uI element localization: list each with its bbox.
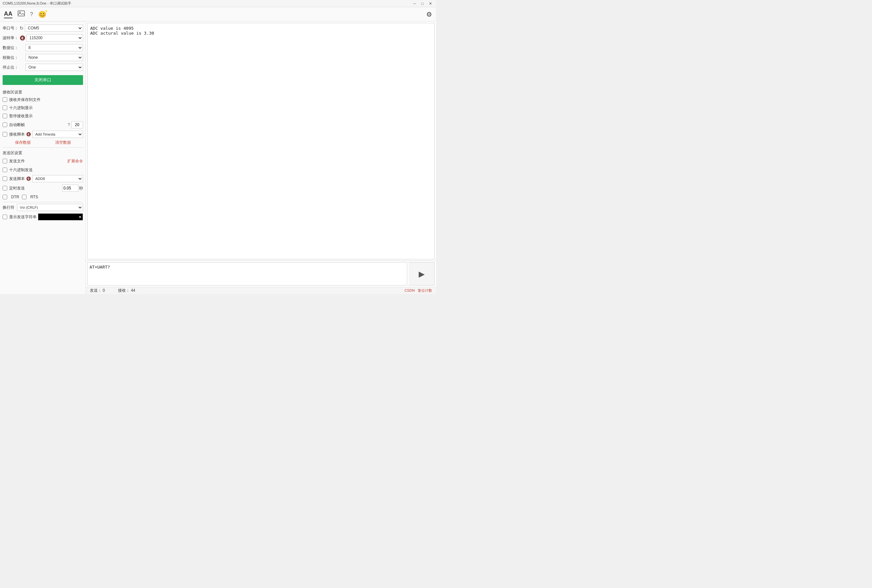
receive-section-header: 接收区设置 bbox=[3, 90, 83, 95]
pause-receive-label[interactable]: 暂停接收显示 bbox=[9, 113, 33, 119]
toolbar-left: AA ? 😊 ★ bbox=[4, 10, 47, 18]
show-send-row: 显示发送字符串 ▼ bbox=[3, 213, 83, 221]
csdn-label: CSDN bbox=[404, 288, 415, 292]
baud-select[interactable]: 115200 9600 19200 38400 57600 230400 bbox=[27, 34, 83, 42]
databits-select[interactable]: 8 5 6 7 bbox=[26, 44, 83, 51]
show-send-checkbox[interactable] bbox=[3, 214, 7, 219]
timer-send-row: 定时发送 秒 bbox=[3, 184, 83, 192]
parity-row: 校验位： None Odd Even Mark Space bbox=[3, 54, 83, 62]
rts-label[interactable]: RTS bbox=[30, 195, 38, 199]
newline-select[interactable]: \r\n (CRLF) \n (LF) \r (CR) None bbox=[17, 204, 83, 211]
stopbits-label: 停止位： bbox=[3, 64, 20, 70]
send-file-row: 发送文件 扩展命令 bbox=[3, 157, 83, 165]
dtr-rts-row: DTR RTS bbox=[3, 194, 83, 200]
newline-label: 换行符 bbox=[3, 205, 16, 210]
send-button[interactable]: ▶ bbox=[409, 262, 435, 285]
settings-icon[interactable]: ⚙ bbox=[426, 10, 432, 18]
auto-break-row: 自动断帧 ? bbox=[3, 121, 83, 129]
timer-send-label[interactable]: 定时发送 bbox=[9, 186, 62, 191]
save-file-label[interactable]: 接收并保存到文件 bbox=[9, 97, 41, 103]
emoji-star-badge: ★ bbox=[45, 9, 48, 13]
hex-display-label[interactable]: 十六进制显示 bbox=[9, 105, 33, 111]
pause-receive-row: 暂停接收显示 bbox=[3, 113, 83, 119]
receive-script-checkbox[interactable] bbox=[3, 132, 7, 136]
send-section-header: 发送区设置 bbox=[3, 150, 83, 156]
pause-receive-checkbox[interactable] bbox=[3, 114, 7, 118]
hex-send-label[interactable]: 十六进制发送 bbox=[9, 167, 33, 173]
send-script-checkbox[interactable] bbox=[3, 176, 7, 181]
receive-script-row: 接收脚本 🔇 Add Timesta None bbox=[3, 130, 83, 138]
maximize-button[interactable]: □ bbox=[420, 1, 425, 6]
title-bar: COM5,115200,None,8,One - 串口调试助手 ─ □ ✕ bbox=[0, 0, 436, 7]
timer-value-input[interactable] bbox=[62, 184, 78, 192]
timer-send-checkbox[interactable] bbox=[3, 186, 7, 190]
auto-break-input[interactable] bbox=[71, 121, 83, 128]
emoji-icon-container: 😊 ★ bbox=[38, 10, 47, 18]
image-icon[interactable] bbox=[18, 10, 25, 18]
newline-row: 换行符 \r\n (CRLF) \n (LF) \r (CR) None bbox=[3, 204, 83, 212]
status-left: 发送： 0 接收： 44 bbox=[90, 288, 135, 293]
send-script-row: 发送脚本 🔇 ADD8 None CRC16 bbox=[3, 175, 83, 183]
baud-row: 波特率： 🔇 115200 9600 19200 38400 57600 230… bbox=[3, 34, 83, 42]
hex-display-row: 十六进制显示 bbox=[3, 105, 83, 111]
copy-count-label[interactable]: 复位计数 bbox=[418, 288, 432, 292]
send-area-container: AT+UART? ▶ bbox=[86, 261, 436, 287]
dtr-checkbox[interactable] bbox=[3, 195, 7, 199]
databits-row: 数据位： 8 5 6 7 bbox=[3, 44, 83, 52]
font-underline bbox=[4, 18, 12, 18]
send-count-label: 发送： 0 bbox=[90, 288, 105, 293]
right-panel: ADC value is 4095 ADC actural value is 3… bbox=[86, 21, 436, 294]
receive-script-select[interactable]: Add Timesta None bbox=[32, 130, 83, 138]
save-file-checkbox[interactable] bbox=[3, 98, 7, 102]
receive-area[interactable]: ADC value is 4095 ADC actural value is 3… bbox=[87, 23, 435, 260]
expand-command-button[interactable]: 扩展命令 bbox=[67, 158, 83, 164]
hex-send-row: 十六进制发送 bbox=[3, 166, 83, 173]
window-controls: ─ □ ✕ bbox=[412, 1, 433, 6]
clear-data-button[interactable]: 清空数据 bbox=[55, 140, 71, 146]
close-button[interactable]: ✕ bbox=[427, 1, 433, 6]
send-file-checkbox[interactable] bbox=[3, 159, 7, 164]
font-size-icon[interactable]: AA bbox=[4, 10, 12, 17]
stopbits-select[interactable]: One Two OnePointFive bbox=[26, 64, 83, 71]
status-right: CSDN 复位计数 bbox=[404, 288, 432, 293]
receive-script-label[interactable]: 接收脚本 bbox=[9, 132, 25, 137]
send-arrow-icon: ▶ bbox=[419, 270, 425, 279]
port-select[interactable]: COM5 COM1 COM2 COM3 COM4 COM6 bbox=[25, 24, 83, 32]
question-icon[interactable]: ? bbox=[68, 123, 70, 127]
databits-label: 数据位： bbox=[3, 45, 20, 51]
color-swatch-arrow: ▼ bbox=[78, 215, 82, 219]
auto-break-label[interactable]: 自动断帧 bbox=[9, 122, 68, 128]
hex-send-checkbox[interactable] bbox=[3, 168, 7, 172]
close-port-button[interactable]: 关闭串口 bbox=[3, 75, 83, 85]
divider-2 bbox=[3, 202, 83, 202]
parity-label: 校验位： bbox=[3, 55, 20, 60]
minimize-button[interactable]: ─ bbox=[412, 1, 417, 6]
help-icon[interactable]: ? bbox=[30, 11, 33, 17]
hex-display-checkbox[interactable] bbox=[3, 105, 7, 110]
save-data-button[interactable]: 保存数据 bbox=[15, 140, 31, 146]
send-file-label[interactable]: 发送文件 bbox=[9, 158, 67, 164]
mute-icon-script[interactable]: 🔇 bbox=[26, 132, 31, 136]
toolbar: AA ? 😊 ★ ⚙ bbox=[0, 7, 436, 21]
svg-rect-0 bbox=[18, 11, 24, 16]
parity-select[interactable]: None Odd Even Mark Space bbox=[26, 54, 83, 61]
dtr-label[interactable]: DTR bbox=[11, 195, 19, 199]
send-textarea[interactable]: AT+UART? bbox=[87, 262, 407, 285]
refresh-icon[interactable]: ↻ bbox=[20, 26, 24, 31]
divider-1 bbox=[3, 147, 83, 148]
data-link-row: 保存数据 清空数据 bbox=[3, 140, 83, 146]
font-size-icon-container: AA bbox=[4, 10, 12, 18]
auto-break-checkbox[interactable] bbox=[3, 123, 7, 127]
main-layout: 串口号： ↻ COM5 COM1 COM2 COM3 COM4 COM6 波特率… bbox=[0, 21, 436, 294]
color-swatch-select[interactable]: ▼ bbox=[38, 213, 83, 220]
rts-checkbox[interactable] bbox=[22, 195, 27, 199]
show-send-label[interactable]: 显示发送字符串 bbox=[9, 214, 37, 220]
window-title: COM5,115200,None,8,One - 串口调试助手 bbox=[3, 1, 71, 6]
mute-icon-send-script[interactable]: 🔇 bbox=[26, 176, 31, 181]
receive-count-label: 接收： 44 bbox=[118, 288, 135, 293]
timer-unit-label: 秒 bbox=[79, 186, 83, 191]
send-script-select[interactable]: ADD8 None CRC16 bbox=[32, 175, 83, 182]
mute-icon-baud[interactable]: 🔇 bbox=[20, 35, 25, 40]
send-script-label[interactable]: 发送脚本 bbox=[9, 176, 25, 182]
port-label: 串口号： bbox=[3, 26, 20, 31]
